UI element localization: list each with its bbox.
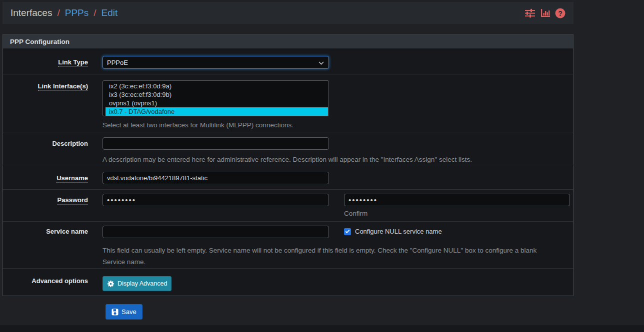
- link-type-value: PPPoE: [107, 59, 128, 66]
- breadcrumb-section: Interfaces: [10, 7, 52, 18]
- link-interfaces-select[interactable]: ix2 (3c:ec:ef:f3:0d:9a)ix3 (3c:ec:ef:f3:…: [102, 80, 329, 116]
- save-icon: [112, 309, 118, 316]
- link-interfaces-help: Select at least two interfaces for Multi…: [102, 119, 329, 131]
- username-input[interactable]: [102, 172, 329, 184]
- save-button[interactable]: Save: [106, 304, 142, 320]
- breadcrumb-separator: /: [57, 7, 60, 18]
- link-interfaces-label: Link Interface(s): [38, 82, 88, 91]
- link-interface-option[interactable]: ovpns1 (ovpns1): [103, 99, 328, 107]
- link-type-label: Link Type: [58, 58, 88, 67]
- password-confirm-input[interactable]: [344, 194, 570, 206]
- description-input[interactable]: [102, 137, 329, 150]
- breadcrumb: Interfaces / PPPs / Edit: [10, 7, 118, 18]
- breadcrumb-link-ppps[interactable]: PPPs: [65, 7, 89, 18]
- panel-title: PPP Configuration: [3, 35, 573, 48]
- link-interface-option[interactable]: ix2 (3c:ec:ef:f3:0d:9a): [103, 82, 328, 90]
- configure-null-checkbox[interactable]: [344, 228, 351, 235]
- breadcrumb-separator: /: [94, 7, 96, 18]
- form-row-description: Description A description may be entered…: [3, 132, 573, 165]
- check-icon: [345, 229, 350, 234]
- breadcrumb-link-edit[interactable]: Edit: [102, 7, 118, 18]
- form-row-advanced: Advanced options: [3, 268, 573, 296]
- password-label: Password: [58, 196, 88, 205]
- form-row-service-name: Service name Configure NULL service name: [3, 221, 573, 268]
- svg-text:?: ?: [558, 9, 562, 17]
- footer-strip: [0, 325, 644, 332]
- chevron-down-icon: [318, 61, 324, 65]
- help-icon[interactable]: ?: [555, 8, 566, 18]
- link-interface-option[interactable]: ix3 (3c:ec:ef:f3:0d:9b): [103, 90, 328, 99]
- bar-chart-icon[interactable]: [540, 8, 550, 17]
- sliders-icon[interactable]: [524, 8, 536, 18]
- ppp-configuration-panel: PPP Configuration Link Type PPPoE Link I…: [2, 34, 574, 296]
- username-label: Username: [56, 174, 88, 183]
- service-name-input[interactable]: [102, 226, 329, 238]
- form-row-password: Password Confirm: [3, 189, 573, 221]
- display-advanced-button[interactable]: Display Advanced: [102, 276, 172, 291]
- service-name-label: Service name: [46, 228, 88, 235]
- display-advanced-label: Display Advanced: [118, 280, 167, 287]
- breadcrumb-bar: Interfaces / PPPs / Edit: [2, 2, 574, 24]
- form-row-link-type: Link Type PPPoE: [3, 48, 573, 74]
- password-input[interactable]: [102, 194, 329, 206]
- service-name-help: This field can usually be left empty. Se…: [102, 245, 552, 268]
- gear-icon: [107, 280, 114, 288]
- form-row-link-interfaces: Link Interface(s) ix2 (3c:ec:ef:f3:0d:9a…: [3, 74, 573, 132]
- link-interface-option[interactable]: ix0.7 - DTAG/vodafone: [106, 107, 328, 116]
- description-label: Description: [52, 140, 88, 147]
- confirm-label: Confirm: [344, 210, 570, 217]
- form-row-username: Username: [3, 165, 573, 189]
- link-type-select[interactable]: PPPoE: [102, 56, 329, 69]
- save-label: Save: [122, 308, 136, 316]
- configure-null-label: Configure NULL service name: [355, 228, 442, 235]
- description-help: A description may be entered here for ad…: [102, 154, 472, 165]
- advanced-options-label: Advanced options: [32, 277, 88, 285]
